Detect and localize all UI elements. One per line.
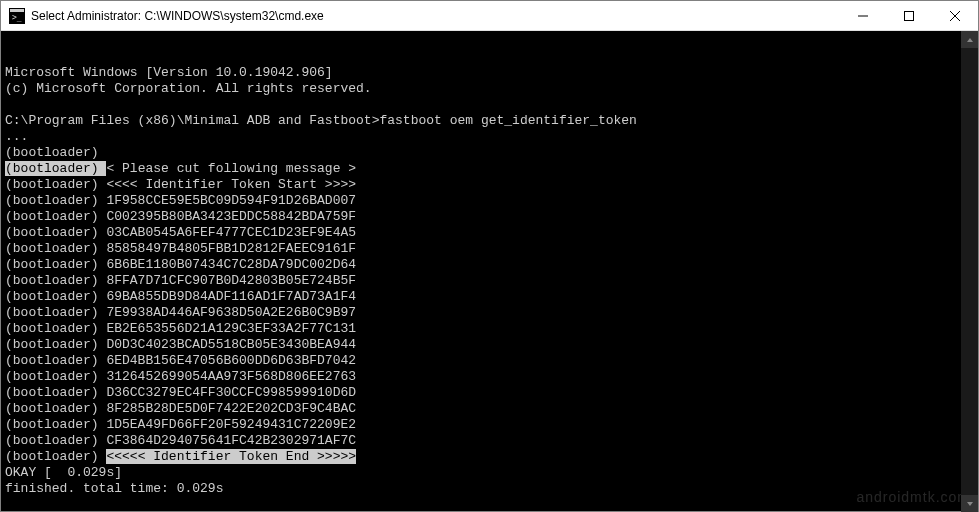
console-line: (bootloader) D0D3C4023BCAD5518CB05E3430B… — [5, 337, 356, 352]
svg-text:>_: >_ — [12, 13, 22, 22]
console-line: (bootloader) 6ED4BB156E47056B600DD6D63BF… — [5, 353, 356, 368]
scroll-down-button[interactable] — [961, 495, 978, 512]
console-line: (bootloader) <<<< Identifier Token Start… — [5, 177, 356, 192]
console-line: Microsoft Windows [Version 10.0.19042.90… — [5, 65, 333, 80]
vertical-scrollbar[interactable] — [961, 31, 978, 512]
titlebar[interactable]: >_ Select Administrator: C:\WINDOWS\syst… — [1, 1, 978, 31]
console-line: (bootloader) 8FFA7D71CFC907B0D42803B05E7… — [5, 273, 356, 288]
selected-text: <<<<< Identifier Token End >>>>> — [106, 449, 356, 464]
console-line: (c) Microsoft Corporation. All rights re… — [5, 81, 372, 96]
svg-marker-8 — [967, 502, 973, 506]
console-line: (bootloader) 7E9938AD446AF9638D50A2E26B0… — [5, 305, 356, 320]
cmd-window: >_ Select Administrator: C:\WINDOWS\syst… — [0, 0, 979, 512]
minimize-button[interactable] — [840, 1, 886, 31]
console-area[interactable]: Microsoft Windows [Version 10.0.19042.90… — [1, 31, 978, 511]
console-line: finished. total time: 0.029s — [5, 481, 223, 496]
console-line: (bootloader) 85858497B4805FBB1D2812FAEEC… — [5, 241, 356, 256]
command-text: fastboot oem get_identifier_token — [379, 113, 636, 128]
console-line: OKAY [ 0.029s] — [5, 465, 122, 480]
console-line: (bootloader) C002395B80BA3423EDDC58842BD… — [5, 209, 356, 224]
console-line: (bootloader) 6B6BE1180B07434C7C28DA79DC0… — [5, 257, 356, 272]
svg-marker-7 — [967, 38, 973, 42]
console-line: (bootloader) 8F285B28DE5D0F7422E202CD3F9… — [5, 401, 356, 416]
window-title: Select Administrator: C:\WINDOWS\system3… — [31, 9, 324, 23]
console-line: (bootloader) 3126452699054AA973F568D806E… — [5, 369, 356, 384]
maximize-button[interactable] — [886, 1, 932, 31]
selected-text: (bootloader) — [5, 161, 106, 176]
scroll-up-button[interactable] — [961, 31, 978, 48]
console-line: (bootloader) CF3864D294075641FC42B230297… — [5, 433, 356, 448]
console-output: Microsoft Windows [Version 10.0.19042.90… — [5, 65, 974, 511]
console-line: (bootloader) 1D5EA49FD66FF20F59249431C72… — [5, 417, 356, 432]
console-line: (bootloader) D36CC3279EC4FF30CCFC9985999… — [5, 385, 356, 400]
prompt-path: C:\Program Files (x86)\Minimal ADB and F… — [5, 113, 379, 128]
svg-rect-4 — [905, 11, 914, 20]
cmd-icon: >_ — [9, 8, 25, 24]
console-line: (bootloader) 1F958CCE59E5BC09D594F91D26B… — [5, 193, 356, 208]
close-button[interactable] — [932, 1, 978, 31]
console-line: ... — [5, 129, 28, 144]
console-line: (bootloader) — [5, 145, 106, 160]
console-line: (bootloader) EB2E653556D21A129C3EF33A2F7… — [5, 321, 356, 336]
console-line: (bootloader) 03CAB0545A6FEF4777CEC1D23EF… — [5, 225, 356, 240]
scroll-track[interactable] — [961, 48, 978, 495]
console-line: < Please cut following message > — [106, 161, 356, 176]
console-line: (bootloader) 69BA855DB9D84ADF116AD1F7AD7… — [5, 289, 356, 304]
console-line: (bootloader) — [5, 449, 106, 464]
svg-rect-1 — [10, 9, 24, 12]
